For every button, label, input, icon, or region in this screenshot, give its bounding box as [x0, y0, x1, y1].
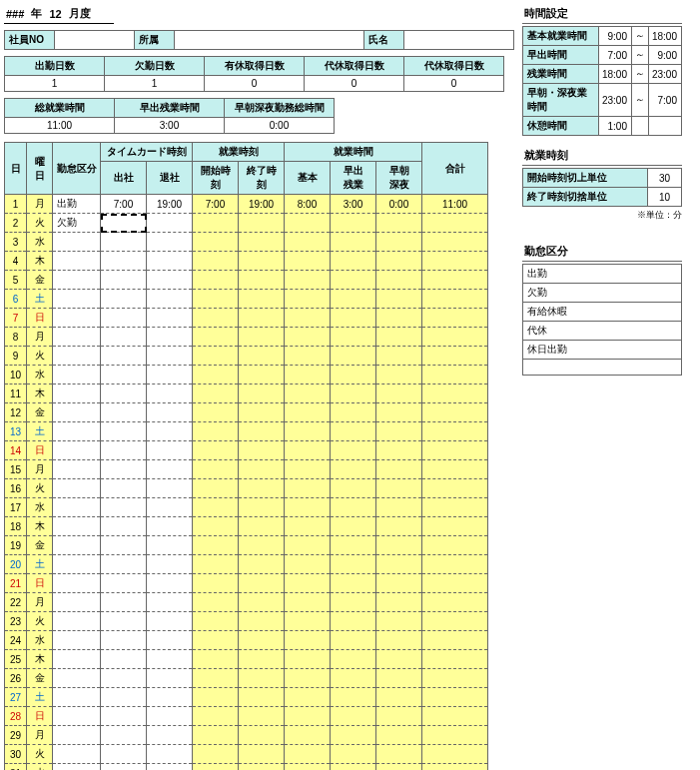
cell-tc-in[interactable] [101, 328, 147, 347]
cell-tc-out[interactable] [147, 593, 193, 612]
ts-to[interactable]: 23:00 [648, 65, 681, 84]
cell-tc-out[interactable] [147, 290, 193, 309]
cell-tc-in[interactable]: 7:00 [101, 195, 147, 214]
ts-from[interactable]: 9:00 [598, 27, 631, 46]
wu-val[interactable]: 10 [647, 188, 681, 207]
cell-tc-in[interactable] [101, 271, 147, 290]
cell-tc-out[interactable] [147, 688, 193, 707]
cell-tc-out[interactable] [147, 347, 193, 366]
emp-no-value[interactable] [55, 31, 135, 50]
cell-tc-in[interactable] [101, 745, 147, 764]
ts-to[interactable]: 9:00 [648, 46, 681, 65]
cell-tc-in[interactable] [101, 479, 147, 498]
cell-tc-out[interactable] [147, 271, 193, 290]
cell-tc-in[interactable] [101, 498, 147, 517]
cell-kubun[interactable] [53, 517, 101, 536]
cell-tc-in[interactable] [101, 347, 147, 366]
cell-tc-out[interactable] [147, 574, 193, 593]
cell-kubun[interactable] [53, 593, 101, 612]
cell-kubun[interactable] [53, 328, 101, 347]
cell-kubun[interactable] [53, 233, 101, 252]
cell-tc-in[interactable] [101, 726, 147, 745]
cell-tc-in[interactable] [101, 764, 147, 771]
cell-tc-in[interactable] [101, 233, 147, 252]
ts-to[interactable]: 7:00 [648, 84, 681, 117]
cell-kubun[interactable] [53, 650, 101, 669]
cell-kubun[interactable] [53, 347, 101, 366]
kubun-item[interactable]: 代休 [523, 322, 682, 341]
cell-tc-in[interactable] [101, 290, 147, 309]
kubun-item[interactable]: 欠勤 [523, 284, 682, 303]
cell-tc-in[interactable] [101, 555, 147, 574]
cell-tc-in[interactable] [101, 707, 147, 726]
cell-kubun[interactable] [53, 612, 101, 631]
cell-tc-in[interactable] [101, 252, 147, 271]
cell-kubun[interactable] [53, 555, 101, 574]
cell-tc-in[interactable] [101, 593, 147, 612]
cell-tc-out[interactable] [147, 764, 193, 771]
cell-tc-out[interactable] [147, 422, 193, 441]
cell-tc-out[interactable] [147, 498, 193, 517]
cell-tc-out[interactable] [147, 403, 193, 422]
cell-tc-out[interactable] [147, 669, 193, 688]
cell-kubun[interactable] [53, 688, 101, 707]
cell-tc-out[interactable] [147, 726, 193, 745]
cell-tc-in[interactable] [101, 688, 147, 707]
cell-tc-in[interactable] [101, 366, 147, 385]
cell-kubun[interactable] [53, 422, 101, 441]
cell-tc-in[interactable] [101, 650, 147, 669]
cell-tc-in[interactable] [101, 631, 147, 650]
cell-tc-out[interactable] [147, 707, 193, 726]
cell-kubun[interactable] [53, 403, 101, 422]
dept-value[interactable] [175, 31, 364, 50]
cell-kubun[interactable] [53, 385, 101, 403]
cell-kubun[interactable] [53, 460, 101, 479]
cell-tc-in[interactable] [101, 214, 147, 233]
cell-tc-out[interactable] [147, 631, 193, 650]
cell-kubun[interactable] [53, 631, 101, 650]
kubun-item[interactable] [523, 360, 682, 376]
cell-tc-out[interactable] [147, 555, 193, 574]
cell-kubun[interactable] [53, 764, 101, 771]
ts-from[interactable]: 7:00 [598, 46, 631, 65]
ts-from[interactable]: 23:00 [598, 84, 631, 117]
cell-tc-in[interactable] [101, 403, 147, 422]
cell-kubun[interactable] [53, 745, 101, 764]
kubun-item[interactable]: 休日出勤 [523, 341, 682, 360]
cell-kubun[interactable]: 出勤 [53, 195, 101, 214]
cell-tc-in[interactable] [101, 385, 147, 403]
ts-from[interactable]: 1:00 [598, 117, 631, 136]
cell-kubun[interactable] [53, 252, 101, 271]
cell-kubun[interactable] [53, 366, 101, 385]
cell-tc-out[interactable] [147, 214, 193, 233]
cell-tc-out[interactable] [147, 328, 193, 347]
cell-kubun[interactable] [53, 707, 101, 726]
cell-tc-in[interactable] [101, 612, 147, 631]
cell-tc-out[interactable] [147, 252, 193, 271]
wu-val[interactable]: 30 [647, 169, 681, 188]
cell-tc-out[interactable] [147, 460, 193, 479]
cell-kubun[interactable]: 欠勤 [53, 214, 101, 233]
cell-kubun[interactable] [53, 271, 101, 290]
cell-tc-out[interactable]: 19:00 [147, 195, 193, 214]
name-value[interactable] [404, 31, 514, 50]
cell-kubun[interactable] [53, 726, 101, 745]
cell-tc-out[interactable] [147, 441, 193, 460]
cell-tc-out[interactable] [147, 517, 193, 536]
cell-tc-in[interactable] [101, 441, 147, 460]
cell-tc-out[interactable] [147, 650, 193, 669]
cell-tc-in[interactable] [101, 536, 147, 555]
cell-kubun[interactable] [53, 536, 101, 555]
cell-kubun[interactable] [53, 479, 101, 498]
cell-kubun[interactable] [53, 441, 101, 460]
cell-tc-in[interactable] [101, 574, 147, 593]
ts-to[interactable]: 18:00 [648, 27, 681, 46]
cell-tc-in[interactable] [101, 422, 147, 441]
ts-from[interactable]: 18:00 [598, 65, 631, 84]
cell-kubun[interactable] [53, 498, 101, 517]
cell-tc-out[interactable] [147, 233, 193, 252]
cell-kubun[interactable] [53, 574, 101, 593]
cell-tc-out[interactable] [147, 366, 193, 385]
cell-kubun[interactable] [53, 669, 101, 688]
cell-tc-in[interactable] [101, 309, 147, 328]
